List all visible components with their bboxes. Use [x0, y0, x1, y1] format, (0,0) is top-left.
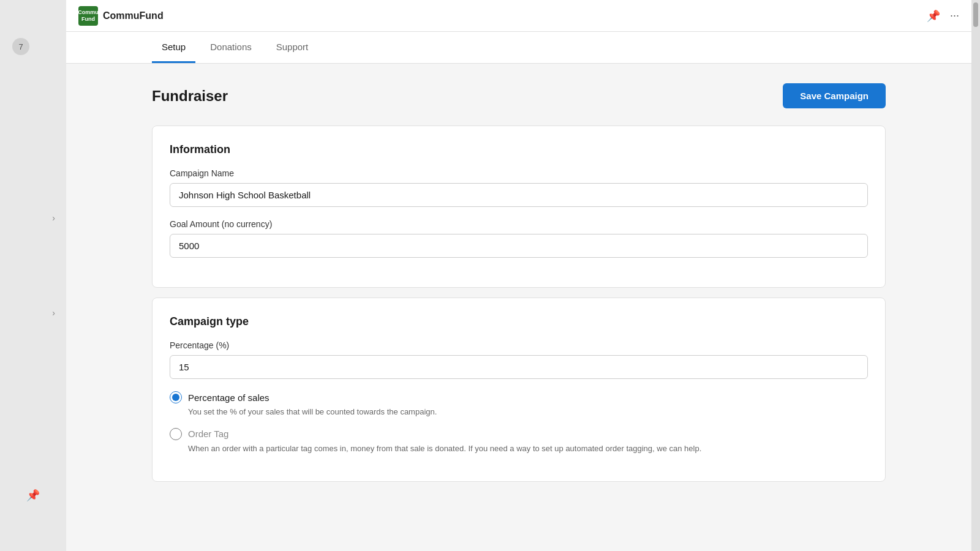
header-actions: 📌 ··· — [927, 9, 959, 23]
sidebar-badge: 7 — [12, 38, 29, 55]
campaign-name-group: Campaign Name — [170, 168, 868, 207]
radio-order-tag-description: When an order with a particular tag come… — [188, 443, 868, 455]
pin-icon[interactable]: 📌 — [927, 9, 940, 23]
page-title: Fundraiser — [152, 88, 228, 105]
scrollbar-thumb[interactable] — [973, 2, 978, 27]
save-campaign-button[interactable]: Save Campaign — [783, 83, 886, 108]
radio-order-tag-label: Order Tag — [188, 429, 228, 439]
campaign-type-card: Campaign type Percentage (%) Percentage … — [152, 298, 886, 482]
radio-order-tag[interactable] — [170, 428, 182, 440]
radio-percentage-label: Percentage of sales — [188, 392, 270, 403]
sidebar: 7 › › 📌 — [0, 0, 66, 551]
percentage-group: Percentage (%) — [170, 340, 868, 379]
sidebar-chevron-bottom[interactable]: › — [47, 303, 60, 323]
sidebar-pin-icon[interactable]: 📌 — [26, 489, 40, 502]
scrollbar[interactable] — [971, 0, 980, 551]
page-header: Fundraiser Save Campaign — [152, 83, 886, 108]
top-header: Commu Fund CommuFund 📌 ··· — [66, 0, 971, 32]
information-card: Information Campaign Name Goal Amount (n… — [152, 126, 886, 288]
brand: Commu Fund CommuFund — [78, 6, 164, 26]
information-card-title: Information — [170, 143, 868, 156]
campaign-name-input[interactable] — [170, 183, 868, 207]
radio-percentage-of-sales[interactable] — [170, 391, 182, 403]
brand-logo: Commu Fund — [78, 6, 98, 26]
tab-support[interactable]: Support — [266, 32, 318, 63]
radio-label-order-tag[interactable]: Order Tag — [170, 428, 868, 440]
main-wrapper: Commu Fund CommuFund 📌 ··· Setup Donatio… — [66, 0, 971, 551]
radio-group: Percentage of sales You set the % of you… — [170, 391, 868, 454]
page-content: Fundraiser Save Campaign Information Cam… — [66, 64, 971, 551]
brand-name: CommuFund — [103, 10, 164, 21]
percentage-input[interactable] — [170, 355, 868, 379]
tab-nav: Setup Donations Support — [66, 32, 971, 64]
radio-option-order-tag: Order Tag When an order with a particula… — [170, 428, 868, 455]
tab-setup[interactable]: Setup — [152, 32, 195, 63]
radio-label-percentage[interactable]: Percentage of sales — [170, 391, 868, 403]
sidebar-chevron-top[interactable]: › — [47, 208, 60, 228]
radio-option-percentage: Percentage of sales You set the % of you… — [170, 391, 868, 418]
goal-amount-input[interactable] — [170, 234, 868, 258]
campaign-type-title: Campaign type — [170, 315, 868, 328]
tab-donations[interactable]: Donations — [200, 32, 262, 63]
goal-amount-group: Goal Amount (no currency) — [170, 219, 868, 258]
percentage-label: Percentage (%) — [170, 340, 868, 350]
campaign-name-label: Campaign Name — [170, 168, 868, 178]
radio-percentage-description: You set the % of your sales that will be… — [188, 406, 868, 418]
more-options-icon[interactable]: ··· — [950, 9, 959, 22]
goal-amount-label: Goal Amount (no currency) — [170, 219, 868, 229]
